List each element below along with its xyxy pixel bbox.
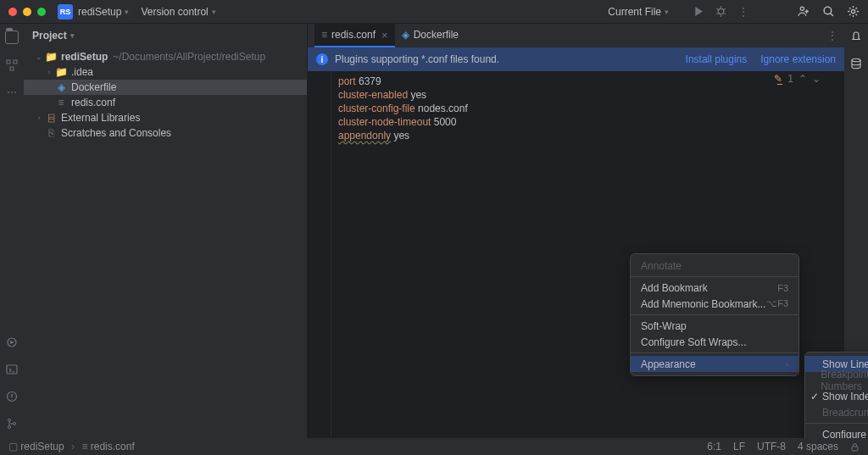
more-icon[interactable]: ⋮ <box>738 6 748 18</box>
terminal-icon[interactable] <box>6 363 18 375</box>
menu-add-bookmark[interactable]: Add BookmarkF3 <box>631 280 798 296</box>
context-menu-gutter: Annotate Add BookmarkF3 Add Mnemonic Boo… <box>630 253 799 376</box>
services-icon[interactable] <box>6 336 18 348</box>
lock-icon[interactable] <box>850 441 860 452</box>
svg-point-10 <box>8 419 11 422</box>
tree-external-libraries[interactable]: › ⌸ External Libraries <box>24 110 307 125</box>
structure-tool-icon[interactable] <box>6 59 18 71</box>
chevron-right-icon[interactable]: › <box>34 114 44 122</box>
svg-point-12 <box>14 423 16 425</box>
folder-icon: 📁 <box>54 66 68 78</box>
code-lines[interactable]: port 6379 cluster-enabled yes cluster-co… <box>331 71 475 438</box>
tree-scratches[interactable]: ⎘ Scratches and Consoles <box>24 125 307 141</box>
menu-breakpoints-over: Breakpoints Over Line Numbers <box>805 372 868 388</box>
line-separator[interactable]: LF <box>733 441 745 452</box>
menu-breadcrumbs: Breadcrumbs› <box>805 404 868 420</box>
chevron-down-icon: ▾ <box>70 31 75 40</box>
chevron-down-icon[interactable]: ⌄ <box>812 73 821 85</box>
left-toolbar: ⋯ <box>0 24 24 438</box>
folder-icon: 📁 <box>44 51 58 63</box>
svg-point-0 <box>718 8 724 14</box>
file-icon: ≡ <box>54 97 68 108</box>
settings-icon[interactable] <box>847 5 860 18</box>
menu-annotate: Annotate <box>631 258 798 274</box>
chevron-right-icon[interactable]: › <box>44 68 54 76</box>
plugin-banner: i Plugins supporting *.conf files found.… <box>308 47 844 71</box>
editor-tabs: ≡ redis.conf × ◈ Dockerfile ⋮ <box>308 24 844 47</box>
code-with-me-icon[interactable] <box>798 5 810 18</box>
chevron-down-icon[interactable]: ⌄ <box>34 53 44 61</box>
svg-point-13 <box>852 58 860 62</box>
context-submenu-appearance: Show Line Numbers Breakpoints Over Line … <box>804 352 868 447</box>
menu-add-mnemonic[interactable]: Add Mnemonic Bookmark...⌥F3 <box>631 296 798 312</box>
breadcrumb[interactable]: ▢ rediSetup › ≡ redis.conf <box>8 441 135 452</box>
chevron-down-icon: ▾ <box>665 8 669 16</box>
ignore-extension-link[interactable]: Ignore extension <box>760 53 836 65</box>
svg-point-1 <box>800 7 804 10</box>
maximize-icon[interactable] <box>37 8 46 16</box>
version-control-menu[interactable]: Version control ▾ <box>141 6 215 18</box>
minimize-icon[interactable] <box>23 8 31 16</box>
more-tool-icon[interactable]: ⋯ <box>7 86 17 98</box>
project-selector[interactable]: RS rediSetup ▾ <box>58 4 129 19</box>
menu-config-soft-wraps[interactable]: Configure Soft Wraps... <box>631 334 798 350</box>
tree-root[interactable]: ⌄ 📁 rediSetup ~/Documents/AllProject/red… <box>24 49 307 64</box>
inspection-widget[interactable]: ✎̲ 1 ⌃ ⌄ <box>774 73 821 85</box>
traffic-lights <box>8 8 46 16</box>
menu-soft-wrap[interactable]: Soft-Wrap <box>631 318 798 334</box>
project-panel-header[interactable]: Project ▾ <box>24 24 307 47</box>
run-icon[interactable] <box>693 6 704 17</box>
editor-area: ≡ redis.conf × ◈ Dockerfile ⋮ i Plugins … <box>308 24 844 438</box>
project-panel: Project ▾ ⌄ 📁 rediSetup ~/Documents/AllP… <box>24 24 308 438</box>
close-icon[interactable] <box>8 8 17 16</box>
svg-point-3 <box>851 9 854 13</box>
chevron-down-icon: ▾ <box>212 8 216 16</box>
file-encoding[interactable]: UTF-8 <box>757 441 786 452</box>
chevron-right-icon: › <box>786 360 788 369</box>
project-badge: RS <box>58 4 73 19</box>
notifications-icon[interactable] <box>850 31 862 42</box>
svg-point-2 <box>824 7 832 14</box>
debug-icon[interactable] <box>715 6 726 17</box>
tree-file-dockerfile[interactable]: ◈ Dockerfile <box>24 80 307 95</box>
gutter[interactable] <box>308 71 331 438</box>
tree-file-redis-conf[interactable]: ≡ redis.conf <box>24 95 307 110</box>
info-icon: i <box>316 53 328 65</box>
docker-icon: ◈ <box>54 81 68 93</box>
chevron-up-icon[interactable]: ⌃ <box>798 73 807 85</box>
problems-icon[interactable] <box>6 391 18 402</box>
scratches-icon: ⎘ <box>44 127 58 139</box>
git-icon[interactable] <box>6 418 18 430</box>
chevron-down-icon: ▾ <box>125 8 129 16</box>
close-tab-icon[interactable]: × <box>381 29 388 42</box>
tab-redis-conf[interactable]: ≡ redis.conf × <box>314 24 395 47</box>
more-icon[interactable]: ⋮ <box>827 30 837 42</box>
svg-rect-6 <box>10 67 14 70</box>
svg-rect-14 <box>852 447 858 451</box>
project-tool-icon[interactable] <box>5 31 19 44</box>
project-name: rediSetup <box>78 6 121 18</box>
search-icon[interactable] <box>822 5 835 18</box>
install-plugins-link[interactable]: Install plugins <box>686 53 748 65</box>
highlight-icon: ✎̲ <box>774 73 782 85</box>
caret-position[interactable]: 6:1 <box>707 441 721 452</box>
check-icon: ✓ <box>809 391 821 402</box>
project-tree: ⌄ 📁 rediSetup ~/Documents/AllProject/red… <box>24 47 307 142</box>
database-icon[interactable] <box>850 58 862 69</box>
menu-show-indent-guides[interactable]: ✓Show Indent Guides <box>805 388 868 404</box>
tree-folder-idea[interactable]: › 📁 .idea <box>24 64 307 80</box>
run-config-selector[interactable]: Current File ▾ <box>608 6 669 18</box>
svg-rect-5 <box>14 60 17 64</box>
menu-appearance[interactable]: Appearance› <box>631 356 798 372</box>
status-bar: ▢ rediSetup › ≡ redis.conf 6:1 LF UTF-8 … <box>0 438 868 455</box>
file-icon: ≡ <box>321 29 327 41</box>
indent-setting[interactable]: 4 spaces <box>798 441 838 452</box>
titlebar: RS rediSetup ▾ Version control ▾ Current… <box>0 0 868 24</box>
docker-icon: ◈ <box>402 29 409 41</box>
tab-dockerfile[interactable]: ◈ Dockerfile <box>395 24 465 47</box>
library-icon: ⌸ <box>44 112 58 124</box>
svg-rect-4 <box>7 60 10 64</box>
banner-text: Plugins supporting *.conf files found. <box>335 53 499 65</box>
svg-point-11 <box>8 426 11 429</box>
